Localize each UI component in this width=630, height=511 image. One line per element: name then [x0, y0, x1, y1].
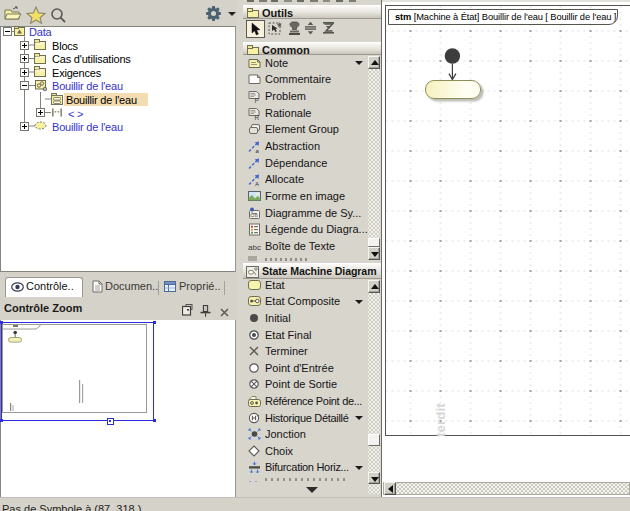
- svg-text:b: b: [255, 212, 258, 218]
- svg-text:R: R: [255, 113, 260, 119]
- svg-text:abc: abc: [248, 242, 261, 251]
- svg-text:a: a: [256, 148, 260, 153]
- svg-text:P: P: [255, 96, 259, 102]
- svg-text:A: A: [255, 181, 259, 186]
